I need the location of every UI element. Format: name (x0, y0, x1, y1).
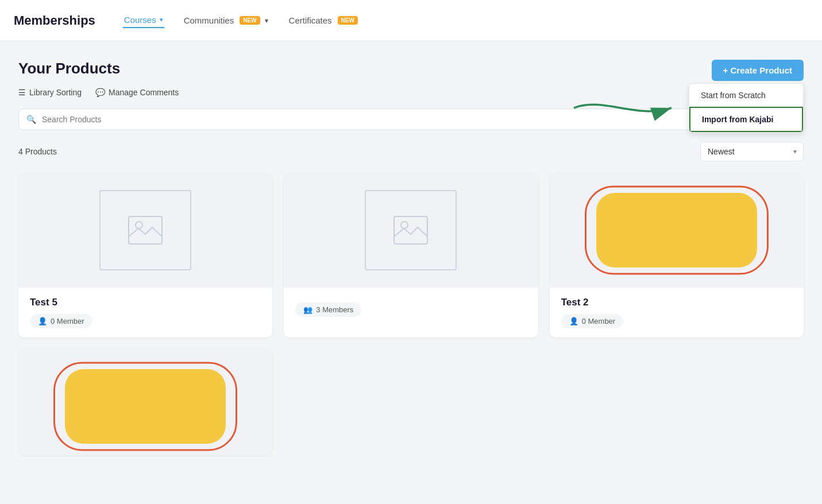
main-content: Your Products + Create Product Start fro… (0, 41, 822, 504)
member-icon-test5: 👤 (38, 317, 47, 325)
list-icon: ☰ (18, 88, 26, 97)
arrow-annotation (568, 91, 683, 127)
product-thumbnail-bottom (18, 349, 272, 455)
products-count-row: 4 Products Newest Oldest A-Z Z-A ▾ (18, 142, 804, 161)
brand-logo: Memberships (14, 13, 95, 28)
courses-chevron-icon: ▾ (160, 16, 163, 24)
sort-select[interactable]: Newest Oldest A-Z Z-A (700, 142, 804, 161)
svg-point-2 (136, 222, 142, 228)
nav-courses-label: Courses (124, 15, 156, 25)
nav-item-communities[interactable]: Communities New ▾ (183, 13, 269, 28)
svg-point-4 (401, 222, 408, 228)
product-card-bottom[interactable] (18, 349, 272, 455)
manage-comments-button[interactable]: 💬 Manage Comments (95, 88, 179, 97)
start-from-scratch-item[interactable]: Start from Scratch (689, 84, 803, 107)
search-icon: 🔍 (26, 115, 36, 124)
create-product-button[interactable]: + Create Product (712, 60, 804, 81)
search-input[interactable] (18, 108, 804, 130)
products-count: 4 Products (18, 147, 57, 156)
member-count-unnamed: 3 Members (316, 305, 353, 314)
red-oval-outline-bottom (53, 362, 237, 451)
placeholder-image-unnamed (365, 190, 457, 270)
svg-rect-1 (129, 216, 162, 244)
nav-certificates-label: Certificates (289, 15, 332, 25)
sort-wrapper: Newest Oldest A-Z Z-A ▾ (700, 142, 804, 161)
page-title: Your Products (18, 60, 120, 77)
nav-item-courses[interactable]: Courses ▾ (123, 13, 164, 28)
product-info-test2: Test 2 👤 0 Member (550, 288, 804, 338)
svg-rect-3 (394, 216, 427, 244)
certificates-new-badge: New (338, 16, 358, 25)
library-sorting-label: Library Sorting (29, 88, 82, 97)
product-info-test5: Test 5 👤 0 Member (18, 288, 272, 338)
search-bar-wrapper: 🔍 (18, 108, 804, 130)
nav-communities-label: Communities (184, 15, 234, 25)
product-members-test5: 👤 0 Member (30, 314, 92, 328)
member-count-test2: 0 Member (582, 317, 616, 325)
product-thumbnail-test2 (550, 173, 804, 288)
product-name-test5: Test 5 (30, 297, 261, 308)
product-thumbnail-unnamed (284, 173, 538, 288)
top-navigation: Memberships Courses ▾ Communities New ▾ … (0, 0, 822, 41)
red-oval-outline-test2 (585, 186, 769, 275)
member-icon-test2: 👤 (569, 317, 578, 325)
product-card-test2[interactable]: Test 2 👤 0 Member (550, 173, 804, 338)
communities-chevron-icon: ▾ (265, 17, 268, 25)
member-icon-unnamed: 👥 (303, 305, 312, 314)
product-info-unnamed: 👥 3 Members (284, 288, 538, 326)
communities-new-badge: New (240, 16, 260, 25)
comment-icon: 💬 (95, 88, 105, 97)
nav-item-certificates[interactable]: Certificates New (288, 13, 359, 28)
member-count-test5: 0 Member (51, 317, 84, 325)
create-product-wrapper: + Create Product Start from Scratch Impo… (712, 60, 804, 81)
product-card-unnamed[interactable]: 👥 3 Members (284, 173, 538, 338)
page-header: Your Products + Create Product Start fro… (18, 60, 804, 81)
library-sorting-button[interactable]: ☰ Library Sorting (18, 88, 82, 97)
product-card-test5[interactable]: Test 5 👤 0 Member (18, 173, 272, 338)
toolbar-row: ☰ Library Sorting 💬 Manage Comments (18, 88, 804, 97)
product-thumbnail-test5 (18, 173, 272, 288)
product-name-test2: Test 2 (561, 297, 792, 308)
placeholder-image-test5 (99, 190, 191, 270)
create-product-dropdown: Start from Scratch Import from Kajabi (689, 83, 804, 133)
products-grid: Test 5 👤 0 Member (18, 173, 804, 455)
manage-comments-label: Manage Comments (109, 88, 179, 97)
search-container: 🔍 (18, 108, 804, 130)
product-members-unnamed: 👥 3 Members (295, 303, 361, 317)
import-from-kajabi-item[interactable]: Import from Kajabi (689, 107, 803, 132)
product-members-test2: 👤 0 Member (561, 314, 624, 328)
